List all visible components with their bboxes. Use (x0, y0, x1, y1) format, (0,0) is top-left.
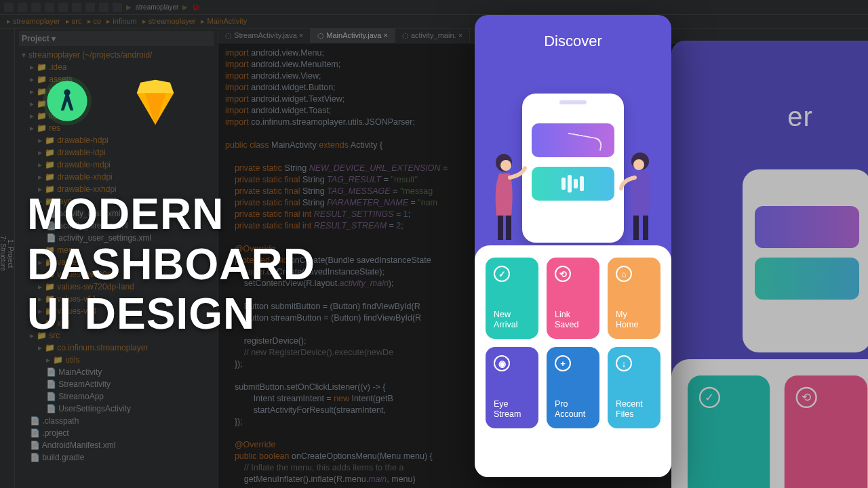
tree-file[interactable]: 📄 .classpath (19, 415, 214, 427)
tile-icon: ⟲ (555, 266, 571, 282)
tile-icon: ✓ (699, 387, 720, 408)
breadcrumb: ▸ streamoplayer ▸ src ▸ co ▸ infinum ▸ s… (0, 15, 868, 28)
sketch-logo-icon (129, 75, 182, 127)
tree-file[interactable]: 📄 UserSettingsActivity (19, 403, 214, 415)
person-right-icon (618, 148, 666, 243)
tree-file[interactable]: 📄 StreamActivity (19, 378, 214, 390)
tile-label: RecentFiles (616, 399, 652, 420)
tree-dir[interactable]: ▸📁 drawable-xhdpi (19, 171, 214, 183)
dashboard-tile[interactable]: +ProAccount (547, 347, 599, 428)
svg-rect-10 (506, 216, 511, 240)
tile-label: MyHome (616, 310, 652, 331)
dashboard-tile[interactable]: ◉EyeStream (486, 347, 538, 428)
phone-mock-primary: Discover ✓NewArrival⟲LinkSaved⌂MyHome◉Ey… (475, 15, 671, 477)
dashboard-tile[interactable]: ⟲LinkSaved (547, 258, 599, 339)
phone-title: Discover (475, 15, 671, 60)
dashboard-tile[interactable]: ✓Arrival (688, 375, 770, 488)
tile-icon: + (555, 355, 571, 371)
svg-marker-6 (137, 80, 174, 94)
tree-file[interactable]: 📄 .project (19, 427, 214, 439)
dashboard-tile[interactable]: ⌂MyHome (608, 258, 660, 339)
dashboard-sheet: ✓NewArrival⟲LinkSaved⌂MyHome◉EyeStream+P… (475, 245, 671, 477)
android-studio-logo-icon (41, 75, 94, 127)
tree-dir[interactable]: ▸📁 drawable-ldpi (19, 146, 214, 159)
hero-device-icon (522, 94, 624, 243)
tile-label: LinkSaved (555, 310, 591, 331)
ide-toolbar: ▶streamoplayer ▶🐞 (0, 0, 868, 15)
tree-file[interactable]: 📄 StreamoApp (19, 390, 214, 403)
tile-icon: ◉ (494, 355, 510, 371)
tree-dir[interactable]: ▸📁 utils (19, 354, 214, 366)
tile-icon: ✓ (494, 266, 510, 282)
tree-dir[interactable]: ▸📁 drawable-mdpi (19, 159, 214, 171)
tree-dir[interactable]: ▸📁 drawable-hdpi (19, 134, 214, 146)
svg-point-8 (500, 160, 511, 171)
headline-text: MODERN DASHBOARD UI DESIGN (27, 190, 315, 340)
dashboard-tile[interactable]: ↓RecentFiles (608, 347, 660, 428)
tree-dir[interactable]: ▸📁 co.infinum.streamoplayer (19, 342, 214, 354)
svg-rect-13 (633, 216, 639, 240)
dashboard-tile[interactable]: ✓NewArrival (486, 258, 538, 339)
editor-tab[interactable]: ◌ StreamActivity.java × (218, 28, 311, 43)
svg-point-2 (64, 89, 70, 96)
tile-icon: ↓ (616, 355, 632, 371)
tree-header: Project ▾ (19, 31, 214, 46)
editor-tab[interactable]: ◌ activity_main. × (395, 28, 470, 43)
ide-sidebar-rail: 1: Project7: Structure (0, 28, 15, 488)
tile-label: ProAccount (555, 399, 591, 420)
svg-rect-9 (498, 216, 503, 240)
tile-label: EyeStream (494, 399, 530, 420)
tree-file[interactable]: 📄 MainActivity (19, 366, 214, 378)
svg-point-12 (633, 159, 644, 170)
tile-icon: ⌂ (616, 266, 632, 282)
phone-mock-secondary: er ✓Arrival⟲Saved⌂MyHome (671, 41, 868, 488)
tree-root[interactable]: ▾streamoplayer (~/projects/android/ (19, 49, 214, 61)
tree-file[interactable]: 📄 build.gradle (19, 451, 214, 464)
phone-hero-illustration (475, 60, 671, 243)
person-left-icon (480, 148, 528, 243)
dashboard-tile[interactable]: ⟲Saved (785, 375, 867, 488)
svg-rect-14 (643, 216, 648, 240)
tree-dir[interactable]: ▸📁 .idea (19, 61, 214, 73)
tree-file[interactable]: 📄 AndroidManifest.xml (19, 439, 214, 451)
tile-icon: ⟲ (796, 387, 817, 408)
tile-label: NewArrival (494, 310, 530, 331)
editor-tab[interactable]: ◌ MainActivity.java × (311, 28, 395, 43)
